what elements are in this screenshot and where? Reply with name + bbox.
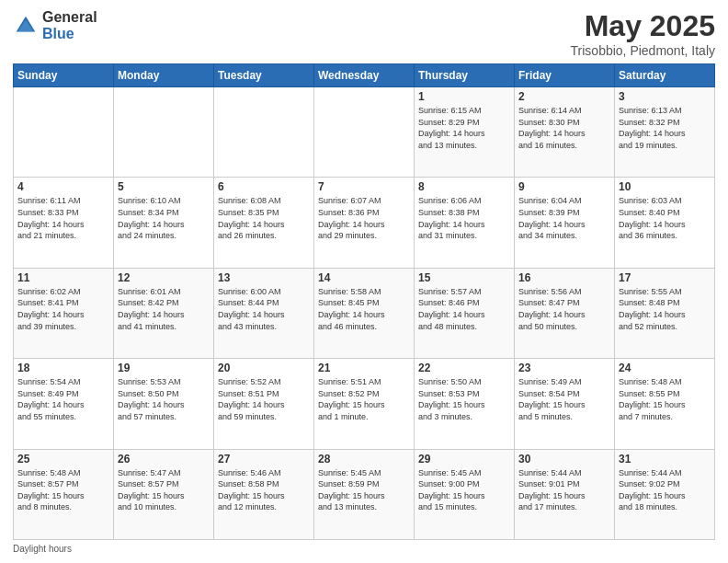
day-info: Sunrise: 6:06 AM Sunset: 8:38 PM Dayligh… bbox=[418, 195, 510, 241]
day-info: Sunrise: 6:13 AM Sunset: 8:32 PM Dayligh… bbox=[619, 105, 711, 151]
day-number: 26 bbox=[118, 453, 210, 465]
day-number: 9 bbox=[518, 180, 610, 193]
day-info: Sunrise: 6:03 AM Sunset: 8:40 PM Dayligh… bbox=[619, 195, 711, 241]
calendar-cell: 21Sunrise: 5:51 AM Sunset: 8:52 PM Dayli… bbox=[314, 359, 415, 449]
calendar-header-wednesday: Wednesday bbox=[314, 64, 415, 87]
calendar-cell: 10Sunrise: 6:03 AM Sunset: 8:40 PM Dayli… bbox=[615, 178, 715, 268]
subtitle: Trisobbio, Piedmont, Italy bbox=[571, 43, 715, 58]
logo-general-text: General bbox=[42, 9, 97, 26]
calendar-cell: 23Sunrise: 5:49 AM Sunset: 8:54 PM Dayli… bbox=[515, 359, 615, 449]
footer: Daylight hours bbox=[13, 544, 715, 554]
main-title: May 2025 bbox=[571, 9, 715, 43]
day-number: 20 bbox=[218, 362, 310, 374]
logo-text: General Blue bbox=[42, 9, 97, 41]
calendar-header-tuesday: Tuesday bbox=[214, 64, 314, 87]
calendar-cell bbox=[214, 87, 314, 178]
day-number: 13 bbox=[218, 271, 310, 284]
day-info: Sunrise: 6:15 AM Sunset: 8:29 PM Dayligh… bbox=[418, 105, 510, 151]
day-info: Sunrise: 5:46 AM Sunset: 8:58 PM Dayligh… bbox=[218, 467, 310, 513]
calendar-week-row: 11Sunrise: 6:02 AM Sunset: 8:41 PM Dayli… bbox=[14, 268, 715, 358]
calendar-cell: 14Sunrise: 5:58 AM Sunset: 8:45 PM Dayli… bbox=[314, 268, 415, 358]
day-info: Sunrise: 5:53 AM Sunset: 8:50 PM Dayligh… bbox=[118, 376, 210, 422]
page: General Blue May 2025 Trisobbio, Piedmon… bbox=[0, 0, 728, 563]
calendar-cell: 1Sunrise: 6:15 AM Sunset: 8:29 PM Daylig… bbox=[415, 87, 515, 178]
calendar-cell: 30Sunrise: 5:44 AM Sunset: 9:01 PM Dayli… bbox=[515, 449, 615, 539]
calendar-cell: 29Sunrise: 5:45 AM Sunset: 9:00 PM Dayli… bbox=[415, 449, 515, 539]
calendar-cell: 11Sunrise: 6:02 AM Sunset: 8:41 PM Dayli… bbox=[14, 268, 114, 358]
calendar-cell: 22Sunrise: 5:50 AM Sunset: 8:53 PM Dayli… bbox=[415, 359, 515, 449]
calendar-cell: 5Sunrise: 6:10 AM Sunset: 8:34 PM Daylig… bbox=[114, 178, 214, 268]
day-info: Sunrise: 6:10 AM Sunset: 8:34 PM Dayligh… bbox=[118, 195, 210, 241]
calendar-cell: 17Sunrise: 5:55 AM Sunset: 8:48 PM Dayli… bbox=[615, 268, 715, 358]
calendar-cell: 2Sunrise: 6:14 AM Sunset: 8:30 PM Daylig… bbox=[515, 87, 615, 178]
day-info: Sunrise: 5:54 AM Sunset: 8:49 PM Dayligh… bbox=[17, 376, 109, 422]
day-number: 4 bbox=[17, 180, 109, 193]
logo-icon bbox=[13, 13, 39, 39]
day-number: 12 bbox=[118, 271, 210, 284]
day-number: 10 bbox=[619, 180, 711, 193]
calendar-cell: 15Sunrise: 5:57 AM Sunset: 8:46 PM Dayli… bbox=[415, 268, 515, 358]
day-number: 6 bbox=[218, 180, 310, 193]
calendar-cell: 7Sunrise: 6:07 AM Sunset: 8:36 PM Daylig… bbox=[314, 178, 415, 268]
day-info: Sunrise: 5:48 AM Sunset: 8:55 PM Dayligh… bbox=[619, 376, 711, 422]
calendar-cell: 8Sunrise: 6:06 AM Sunset: 8:38 PM Daylig… bbox=[415, 178, 515, 268]
day-info: Sunrise: 6:08 AM Sunset: 8:35 PM Dayligh… bbox=[218, 195, 310, 241]
day-number: 3 bbox=[619, 90, 711, 103]
day-number: 15 bbox=[418, 271, 510, 284]
calendar-cell bbox=[314, 87, 415, 178]
calendar-cell: 16Sunrise: 5:56 AM Sunset: 8:47 PM Dayli… bbox=[515, 268, 615, 358]
calendar-cell: 4Sunrise: 6:11 AM Sunset: 8:33 PM Daylig… bbox=[14, 178, 114, 268]
day-number: 18 bbox=[17, 362, 109, 374]
calendar-cell: 26Sunrise: 5:47 AM Sunset: 8:57 PM Dayli… bbox=[114, 449, 214, 539]
calendar-header-monday: Monday bbox=[114, 64, 214, 87]
day-number: 2 bbox=[518, 90, 610, 103]
calendar-cell: 19Sunrise: 5:53 AM Sunset: 8:50 PM Dayli… bbox=[114, 359, 214, 449]
calendar-header-sunday: Sunday bbox=[14, 64, 114, 87]
day-info: Sunrise: 5:51 AM Sunset: 8:52 PM Dayligh… bbox=[318, 376, 410, 422]
day-info: Sunrise: 6:07 AM Sunset: 8:36 PM Dayligh… bbox=[318, 195, 410, 241]
day-info: Sunrise: 5:58 AM Sunset: 8:45 PM Dayligh… bbox=[318, 286, 410, 332]
day-number: 28 bbox=[318, 453, 410, 465]
calendar-cell: 9Sunrise: 6:04 AM Sunset: 8:39 PM Daylig… bbox=[515, 178, 615, 268]
day-info: Sunrise: 5:45 AM Sunset: 8:59 PM Dayligh… bbox=[318, 467, 410, 513]
day-number: 25 bbox=[17, 453, 109, 465]
day-number: 22 bbox=[418, 362, 510, 374]
day-info: Sunrise: 5:47 AM Sunset: 8:57 PM Dayligh… bbox=[118, 467, 210, 513]
day-info: Sunrise: 5:48 AM Sunset: 8:57 PM Dayligh… bbox=[17, 467, 109, 513]
day-number: 17 bbox=[619, 271, 711, 284]
logo: General Blue bbox=[13, 9, 97, 41]
logo-blue-text: Blue bbox=[42, 26, 97, 42]
day-info: Sunrise: 5:57 AM Sunset: 8:46 PM Dayligh… bbox=[418, 286, 510, 332]
day-info: Sunrise: 6:01 AM Sunset: 8:42 PM Dayligh… bbox=[118, 286, 210, 332]
day-number: 7 bbox=[318, 180, 410, 193]
calendar-cell: 6Sunrise: 6:08 AM Sunset: 8:35 PM Daylig… bbox=[214, 178, 314, 268]
day-number: 23 bbox=[518, 362, 610, 374]
day-info: Sunrise: 5:50 AM Sunset: 8:53 PM Dayligh… bbox=[418, 376, 510, 422]
day-number: 11 bbox=[17, 271, 109, 284]
day-info: Sunrise: 5:56 AM Sunset: 8:47 PM Dayligh… bbox=[518, 286, 610, 332]
day-info: Sunrise: 6:00 AM Sunset: 8:44 PM Dayligh… bbox=[218, 286, 310, 332]
calendar-table: SundayMondayTuesdayWednesdayThursdayFrid… bbox=[13, 63, 715, 540]
calendar-cell bbox=[14, 87, 114, 178]
calendar-header-thursday: Thursday bbox=[415, 64, 515, 87]
calendar-cell: 27Sunrise: 5:46 AM Sunset: 8:58 PM Dayli… bbox=[214, 449, 314, 539]
calendar-cell bbox=[114, 87, 214, 178]
calendar-cell: 13Sunrise: 6:00 AM Sunset: 8:44 PM Dayli… bbox=[214, 268, 314, 358]
day-number: 16 bbox=[518, 271, 610, 284]
day-number: 24 bbox=[619, 362, 711, 374]
calendar-cell: 25Sunrise: 5:48 AM Sunset: 8:57 PM Dayli… bbox=[14, 449, 114, 539]
day-info: Sunrise: 6:14 AM Sunset: 8:30 PM Dayligh… bbox=[518, 105, 610, 151]
calendar-cell: 18Sunrise: 5:54 AM Sunset: 8:49 PM Dayli… bbox=[14, 359, 114, 449]
calendar-header-friday: Friday bbox=[515, 64, 615, 87]
calendar-header-saturday: Saturday bbox=[615, 64, 715, 87]
day-number: 31 bbox=[619, 453, 711, 465]
calendar-week-row: 1Sunrise: 6:15 AM Sunset: 8:29 PM Daylig… bbox=[14, 87, 715, 178]
day-number: 30 bbox=[518, 453, 610, 465]
title-block: May 2025 Trisobbio, Piedmont, Italy bbox=[571, 9, 715, 58]
day-info: Sunrise: 5:49 AM Sunset: 8:54 PM Dayligh… bbox=[518, 376, 610, 422]
calendar-week-row: 18Sunrise: 5:54 AM Sunset: 8:49 PM Dayli… bbox=[14, 359, 715, 449]
calendar-week-row: 25Sunrise: 5:48 AM Sunset: 8:57 PM Dayli… bbox=[14, 449, 715, 539]
day-info: Sunrise: 5:45 AM Sunset: 9:00 PM Dayligh… bbox=[418, 467, 510, 513]
calendar-cell: 28Sunrise: 5:45 AM Sunset: 8:59 PM Dayli… bbox=[314, 449, 415, 539]
day-number: 29 bbox=[418, 453, 510, 465]
